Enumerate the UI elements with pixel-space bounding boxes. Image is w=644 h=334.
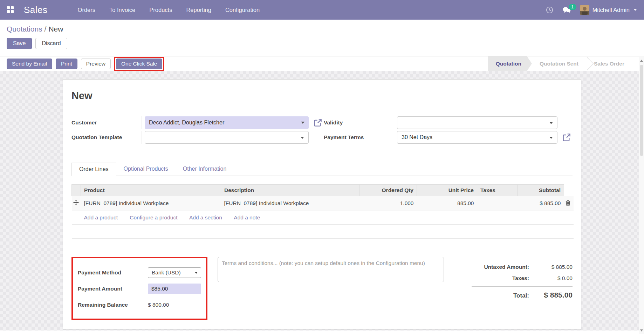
payment-method-caret-icon bbox=[195, 272, 198, 274]
payment-section-highlight: Payment Method Bank (USD) Payment Amount bbox=[71, 257, 207, 320]
one-click-sale-highlight: One Click Sale bbox=[114, 57, 164, 71]
notebook-tabs: Order Lines Optional Products Other Info… bbox=[71, 163, 573, 176]
payment-amount-label: Payment Amount bbox=[78, 286, 143, 292]
order-lines-table: Product Description Ordered Qty Unit Pri… bbox=[71, 184, 574, 239]
systray: 1 Mitchell Admin bbox=[546, 5, 637, 15]
vertical-scrollbar[interactable] bbox=[639, 57, 644, 334]
form-sheet: New Customer Deco Addict, Douglas Fletch… bbox=[63, 79, 581, 329]
tab-other-information[interactable]: Other Information bbox=[176, 163, 234, 176]
send-by-email-button[interactable]: Send by Email bbox=[7, 59, 52, 69]
cell-ordered-qty[interactable]: 1.000 bbox=[360, 196, 417, 211]
control-panel: Quotations/New Save Discard bbox=[0, 20, 644, 56]
column-description[interactable]: Description bbox=[221, 185, 360, 196]
payment-terms-caret-icon bbox=[549, 137, 553, 139]
remaining-balance-value: $ 800.00 bbox=[148, 302, 169, 308]
menu-to-invoice[interactable]: To Invoice bbox=[109, 7, 135, 13]
menu-configuration[interactable]: Configuration bbox=[225, 7, 260, 13]
total-value: $ 885.00 bbox=[534, 291, 573, 299]
breadcrumb: Quotations/New bbox=[7, 25, 637, 33]
actions-column-header bbox=[564, 185, 574, 196]
tab-order-lines[interactable]: Order Lines bbox=[71, 163, 116, 176]
order-line-row[interactable]: [FURN_0789] Individual Workplace [FURN_0… bbox=[72, 196, 574, 211]
payment-amount-input[interactable] bbox=[148, 284, 201, 294]
menu-products[interactable]: Products bbox=[149, 7, 172, 13]
preview-button[interactable]: Preview bbox=[81, 59, 111, 69]
add-a-section-link[interactable]: Add a section bbox=[189, 214, 222, 220]
quotation-template-label: Quotation Template bbox=[71, 134, 142, 141]
statusbar-row: Send by Email Print Preview One Click Sa… bbox=[0, 56, 644, 71]
top-navbar: Sales Orders To Invoice Products Reporti… bbox=[0, 0, 644, 20]
remaining-balance-label: Remaining Balance bbox=[78, 302, 143, 308]
one-click-sale-button[interactable]: One Click Sale bbox=[116, 59, 163, 69]
menu-orders[interactable]: Orders bbox=[78, 7, 95, 13]
section-divider bbox=[71, 250, 573, 250]
discard-button[interactable]: Discard bbox=[35, 38, 67, 49]
taxes-value: $ 0.00 bbox=[534, 275, 573, 281]
payment-terms-field[interactable]: 30 Net Days bbox=[397, 131, 557, 144]
column-ordered-qty[interactable]: Ordered Qty bbox=[360, 185, 417, 196]
scroll-down-arrow[interactable] bbox=[639, 328, 644, 333]
form-view: New Customer Deco Addict, Douglas Fletch… bbox=[0, 71, 644, 330]
untaxed-amount-value: $ 885.00 bbox=[534, 264, 573, 270]
record-title: New bbox=[71, 90, 573, 102]
app-title: Sales bbox=[24, 5, 48, 15]
status-quotation-sent[interactable]: Quotation Sent bbox=[532, 56, 586, 71]
user-name: Mitchell Admin bbox=[592, 7, 630, 13]
customer-external-link-icon[interactable] bbox=[314, 118, 322, 127]
save-button[interactable]: Save bbox=[7, 38, 32, 49]
quotation-template-caret-icon bbox=[301, 137, 304, 139]
validity-field[interactable] bbox=[397, 116, 557, 129]
print-button[interactable]: Print bbox=[56, 59, 77, 69]
line-links-row: Add a product Configure a product Add a … bbox=[72, 211, 574, 224]
customer-field[interactable]: Deco Addict, Douglas Fletcher bbox=[145, 116, 309, 129]
payment-method-label: Payment Method bbox=[78, 270, 143, 276]
payment-method-select[interactable]: Bank (USD) bbox=[148, 267, 201, 278]
activities-clock-icon[interactable] bbox=[546, 6, 553, 14]
taxes-label: Taxes: bbox=[472, 275, 534, 281]
cell-subtotal[interactable]: $ 885.00 bbox=[518, 196, 564, 211]
add-a-note-link[interactable]: Add a note bbox=[234, 214, 260, 220]
customer-caret-icon bbox=[301, 122, 304, 124]
breadcrumb-separator: / bbox=[44, 25, 47, 33]
column-taxes[interactable]: Taxes bbox=[477, 185, 518, 196]
menu-reporting[interactable]: Reporting bbox=[186, 7, 211, 13]
totals-block: Untaxed Amount: $ 885.00 Taxes: $ 0.00 T… bbox=[472, 257, 573, 304]
validity-caret-icon bbox=[549, 122, 553, 124]
totals-divider bbox=[472, 286, 573, 287]
customer-label: Customer bbox=[71, 120, 142, 126]
configure-a-product-link[interactable]: Configure a product bbox=[130, 214, 177, 220]
empty-line-row bbox=[72, 224, 574, 238]
scroll-up-arrow[interactable] bbox=[639, 58, 644, 63]
table-header-row: Product Description Ordered Qty Unit Pri… bbox=[72, 185, 574, 196]
cell-description[interactable]: [FURN_0789] Individual Workplace bbox=[221, 196, 360, 211]
delete-line-icon[interactable] bbox=[564, 196, 574, 211]
add-a-product-link[interactable]: Add a product bbox=[84, 214, 118, 220]
user-menu[interactable]: Mitchell Admin bbox=[580, 5, 637, 15]
validity-label: Validity bbox=[324, 120, 394, 126]
untaxed-amount-label: Untaxed Amount: bbox=[472, 264, 534, 270]
cell-unit-price[interactable]: 885.00 bbox=[417, 196, 477, 211]
user-caret-icon bbox=[633, 9, 637, 11]
column-subtotal[interactable]: Subtotal bbox=[518, 185, 564, 196]
breadcrumb-current: New bbox=[48, 25, 63, 33]
cell-taxes[interactable] bbox=[477, 196, 518, 211]
messages-count-badge: 1 bbox=[569, 4, 576, 10]
payment-terms-label: Payment Terms bbox=[324, 134, 394, 141]
column-product[interactable]: Product bbox=[81, 185, 221, 196]
apps-menu-icon[interactable] bbox=[7, 6, 14, 13]
payment-terms-external-link-icon[interactable] bbox=[562, 133, 571, 142]
main-menu: Orders To Invoice Products Reporting Con… bbox=[78, 7, 260, 13]
terms-and-conditions-textarea[interactable] bbox=[218, 257, 444, 282]
messages-icon[interactable]: 1 bbox=[562, 7, 571, 13]
quotation-template-field[interactable] bbox=[145, 131, 309, 144]
status-quotation[interactable]: Quotation bbox=[488, 56, 532, 71]
cell-product[interactable]: [FURN_0789] Individual Workplace bbox=[81, 196, 221, 211]
avatar bbox=[580, 5, 589, 15]
tab-optional-products[interactable]: Optional Products bbox=[116, 163, 176, 176]
drag-handle-icon[interactable] bbox=[72, 196, 81, 211]
breadcrumb-quotations[interactable]: Quotations bbox=[7, 25, 42, 33]
scrollbar-thumb[interactable] bbox=[640, 65, 643, 156]
column-unit-price[interactable]: Unit Price bbox=[417, 185, 477, 196]
handle-column-header bbox=[72, 185, 81, 196]
total-label: Total: bbox=[472, 292, 534, 299]
